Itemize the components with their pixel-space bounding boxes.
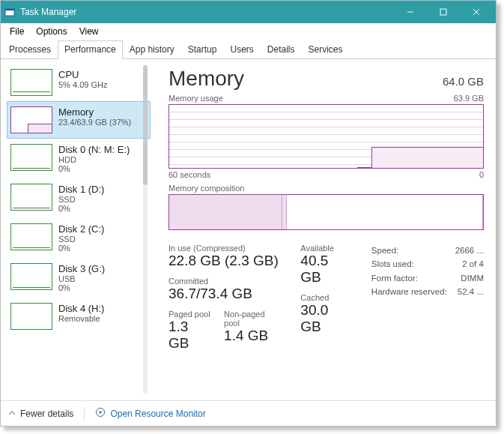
sidebar-item-disk3[interactable]: Disk 3 (G:)USB0% <box>7 258 151 298</box>
disk-thumb <box>10 263 52 290</box>
form-val: DIMM <box>461 271 484 285</box>
tab-startup[interactable]: Startup <box>181 40 224 59</box>
sidebar-item-pct: 0% <box>58 164 130 173</box>
titlebar[interactable]: Task Manager <box>1 1 496 23</box>
memory-composition-chart <box>168 194 484 230</box>
menu-file[interactable]: File <box>4 25 30 38</box>
committed-label: Committed <box>168 277 279 286</box>
disk-thumb <box>10 184 52 211</box>
hw-val: 52.4 ... <box>458 285 484 298</box>
slots-key: Slots used: <box>371 257 414 271</box>
task-manager-window: Task Manager File Options View Processes… <box>0 0 497 427</box>
detail-pane: Memory 64.0 GB Memory usage 63.9 GB 60 s… <box>151 59 496 400</box>
fewer-details-button[interactable]: Fewer details <box>8 409 73 419</box>
fewer-details-label: Fewer details <box>20 409 73 419</box>
page-title: Memory <box>168 67 244 91</box>
available-value: 40.5 GB <box>300 253 350 286</box>
sidebar-item-label: Disk 4 (H:) <box>58 303 104 314</box>
window-title: Task Manager <box>20 7 394 17</box>
tab-details[interactable]: Details <box>261 40 302 59</box>
form-key: Form factor: <box>371 271 418 285</box>
sidebar-item-pct: 0% <box>58 244 104 253</box>
sidebar-item-label: Memory <box>58 106 131 118</box>
nonpaged-label: Non-paged pool <box>224 310 279 328</box>
tabbar: Processes Performance App history Startu… <box>1 40 496 59</box>
usage-max: 63.9 GB <box>454 94 484 103</box>
paged-label: Paged pool <box>168 310 210 319</box>
in-use-label: In use (Compressed) <box>168 244 279 253</box>
menu-options[interactable]: Options <box>30 25 73 38</box>
sidebar-item-label: Disk 3 (G:) <box>58 263 105 274</box>
disk-thumb <box>10 223 52 250</box>
sidebar: CPU5% 4.09 GHz Memory23.4/63.9 GB (37%) … <box>1 59 151 400</box>
sidebar-item-cpu[interactable]: CPU5% 4.09 GHz <box>7 64 151 101</box>
slots-val: 2 of 4 <box>462 257 484 271</box>
composition-label: Memory composition <box>168 184 244 193</box>
speed-val: 2666 ... <box>455 244 484 257</box>
footer-divider <box>84 407 85 421</box>
hw-key: Hardware reserved: <box>371 285 447 298</box>
sidebar-item-label: Disk 1 (D:) <box>58 184 104 195</box>
sidebar-item-sub: SSD <box>58 195 104 204</box>
sidebar-item-disk1[interactable]: Disk 1 (D:)SSD0% <box>7 178 151 218</box>
resource-monitor-icon <box>95 407 106 420</box>
capacity-value: 64.0 GB <box>443 75 484 88</box>
sidebar-item-sub: USB <box>58 274 105 283</box>
close-button[interactable] <box>460 1 493 23</box>
svg-rect-3 <box>440 9 446 15</box>
tab-users[interactable]: Users <box>223 40 260 59</box>
cpu-thumb <box>10 69 52 96</box>
sidebar-item-pct: 0% <box>58 204 104 213</box>
sidebar-scrollbar[interactable] <box>143 65 148 394</box>
sidebar-item-label: Disk 2 (C:) <box>58 223 104 235</box>
memory-usage-chart <box>168 104 484 169</box>
cached-label: Cached <box>300 293 350 302</box>
minimize-button[interactable] <box>394 1 427 23</box>
tab-services[interactable]: Services <box>302 40 350 59</box>
sidebar-item-label: Disk 0 (N: M: E:) <box>58 144 130 155</box>
sidebar-item-memory[interactable]: Memory23.4/63.9 GB (37%) <box>7 101 151 139</box>
sidebar-item-sub: Removable <box>58 314 104 323</box>
sidebar-item-disk2[interactable]: Disk 2 (C:)SSD0% <box>7 218 151 258</box>
sidebar-item-sub: SSD <box>58 235 104 244</box>
svg-rect-1 <box>5 9 14 10</box>
sidebar-item-sub: HDD <box>58 155 130 164</box>
available-label: Available <box>300 244 350 253</box>
disk-thumb <box>10 144 52 171</box>
sidebar-item-disk0[interactable]: Disk 0 (N: M: E:)HDD0% <box>7 139 151 178</box>
cached-value: 30.0 GB <box>300 302 350 335</box>
open-resource-monitor-label: Open Resource Monitor <box>110 409 205 419</box>
svg-point-7 <box>99 411 102 414</box>
tab-performance[interactable]: Performance <box>58 40 123 59</box>
sidebar-item-pct: 0% <box>58 283 105 292</box>
footer: Fewer details Open Resource Monitor <box>1 400 496 426</box>
menubar: File Options View <box>1 23 496 40</box>
committed-value: 36.7/73.4 GB <box>168 286 279 302</box>
paged-value: 1.3 GB <box>168 319 210 352</box>
usage-label: Memory usage <box>168 94 223 103</box>
chevron-up-icon <box>8 409 16 419</box>
menu-view[interactable]: View <box>73 25 105 38</box>
maximize-button[interactable] <box>427 1 460 23</box>
nonpaged-value: 1.4 GB <box>224 328 279 344</box>
sidebar-item-disk4[interactable]: Disk 4 (H:)Removable <box>7 298 151 335</box>
sidebar-item-sub: 23.4/63.9 GB (37%) <box>58 118 131 127</box>
memory-thumb <box>10 106 52 133</box>
tab-app-history[interactable]: App history <box>123 40 181 59</box>
open-resource-monitor-link[interactable]: Open Resource Monitor <box>95 407 205 420</box>
axis-left: 60 seconds <box>168 170 210 179</box>
sidebar-item-sub: 5% 4.09 GHz <box>58 80 107 89</box>
body: CPU5% 4.09 GHz Memory23.4/63.9 GB (37%) … <box>1 59 496 400</box>
sidebar-item-label: CPU <box>58 69 107 80</box>
app-icon <box>4 6 16 18</box>
in-use-value: 22.8 GB (2.3 GB) <box>168 253 279 269</box>
disk-thumb <box>10 303 52 330</box>
axis-right: 0 <box>479 170 484 179</box>
tab-processes[interactable]: Processes <box>2 40 58 59</box>
speed-key: Speed: <box>371 244 398 257</box>
